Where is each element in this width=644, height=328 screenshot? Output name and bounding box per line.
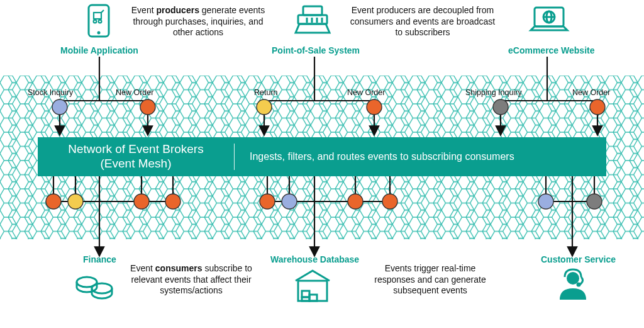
evt-new-order-1: New Order: [116, 88, 153, 97]
svg-point-30: [367, 99, 382, 115]
svg-point-43: [46, 194, 61, 209]
svg-point-53: [260, 194, 275, 209]
mesh-subtitle: Ingests, filters, and routes events to s…: [235, 151, 606, 162]
label-mobile-app: Mobile Application: [60, 45, 138, 55]
label-pos-system: Point-of-Sale System: [272, 45, 360, 55]
desc-trigger-realtime: Events trigger real-time responses and c…: [367, 263, 493, 297]
evt-new-order-2: New Order: [347, 88, 385, 97]
warehouse-icon: [293, 267, 332, 303]
svg-point-36: [590, 99, 605, 115]
coins-icon: [74, 269, 118, 303]
svg-point-69: [567, 272, 579, 285]
svg-point-35: [493, 99, 508, 115]
producer-branches: [25, 57, 619, 137]
headset-person-icon: [556, 267, 590, 303]
svg-point-44: [68, 194, 83, 209]
svg-point-45: [134, 194, 149, 209]
label-warehouse: Warehouse Database: [270, 254, 359, 264]
desc-consumers-subscribe: Event consumers subscribe to relevant ev…: [128, 263, 254, 297]
svg-point-23: [52, 99, 67, 115]
mobile-icon: [86, 4, 111, 38]
svg-point-70: [577, 283, 580, 286]
consumer-branches: [25, 176, 619, 258]
svg-point-56: [382, 194, 397, 209]
svg-rect-9: [303, 6, 322, 15]
evt-new-order-3: New Order: [572, 88, 610, 97]
mesh-title: Network of Event Brokers(Event Mesh): [38, 142, 234, 171]
evt-stock-inquiry: Stock Inquiry: [28, 88, 73, 97]
mesh-divider: [234, 144, 235, 170]
svg-point-55: [348, 194, 363, 209]
laptop-globe-icon: [530, 5, 569, 34]
svg-point-62: [587, 194, 602, 209]
svg-point-29: [257, 99, 272, 115]
label-finance: Finance: [83, 254, 116, 264]
svg-point-5: [97, 31, 101, 35]
evt-shipping-inquiry: Shipping Inquiry: [465, 88, 522, 97]
evt-return: Return: [254, 88, 278, 97]
svg-point-54: [282, 194, 297, 209]
svg-point-61: [538, 194, 553, 209]
svg-point-64: [92, 283, 112, 293]
svg-point-46: [165, 194, 180, 209]
pos-icon: [294, 4, 331, 35]
svg-point-8: [99, 20, 102, 23]
desc-producers-generate: Event producers Event producers generate…: [126, 5, 270, 38]
label-ecommerce: eCommerce Website: [508, 45, 594, 55]
svg-point-7: [94, 20, 97, 23]
svg-rect-67: [302, 297, 309, 301]
svg-rect-6: [94, 13, 101, 19]
event-mesh-bar: Network of Event Brokers(Event Mesh) Ing…: [38, 137, 606, 176]
desc-producers-decoupled: Event producers are decoupled from consu…: [347, 5, 498, 38]
label-customer-service: Customer Service: [541, 254, 616, 264]
svg-point-24: [140, 99, 155, 115]
svg-rect-68: [309, 295, 317, 301]
